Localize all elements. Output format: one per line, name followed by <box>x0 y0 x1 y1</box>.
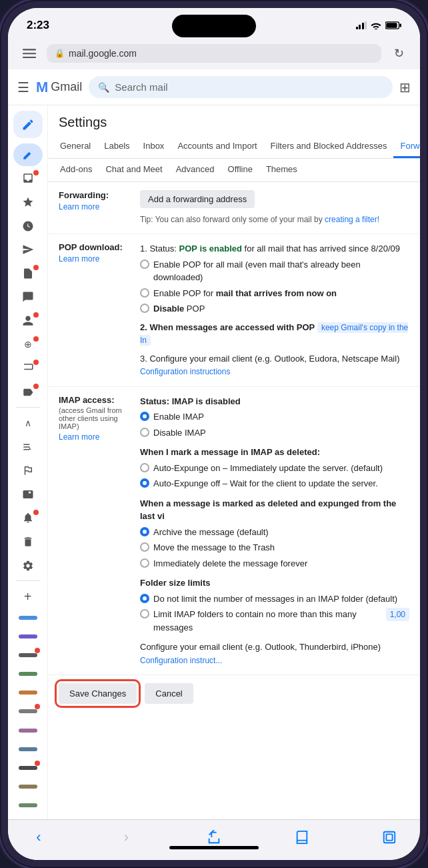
tab-labels[interactable]: Labels <box>97 135 136 158</box>
sidebar-item-starred[interactable] <box>13 191 43 213</box>
imap-deleted-title: When I mark a message in IMAP as deleted… <box>140 446 409 459</box>
pop-radio1[interactable] <box>140 260 149 269</box>
add-forwarding-address-button[interactable]: Add a forwarding address <box>140 190 255 208</box>
tab-general[interactable]: General <box>53 135 97 158</box>
forwarding-learn-more[interactable]: Learn more <box>59 202 99 211</box>
search-icon: 🔍 <box>98 82 109 93</box>
filter-icon[interactable]: ⊞ <box>399 79 411 95</box>
more-badge <box>33 336 39 342</box>
pop-learn-more[interactable]: Learn more <box>59 254 99 264</box>
imap-no-limit-option[interactable]: Do not limit the number of messages in a… <box>140 592 409 606</box>
meet-badge <box>33 312 39 318</box>
forwarding-body: Add a forwarding address Tip: You can al… <box>140 190 409 226</box>
imap-trash-option[interactable]: Move the message to the Trash <box>140 541 409 554</box>
phone-frame: 2:23 <box>0 0 428 868</box>
label-bar-11 <box>13 797 43 814</box>
tab-offline[interactable]: Offline <box>221 159 259 181</box>
imap-trash-radio[interactable] <box>140 542 149 552</box>
search-bar[interactable]: 🔍 Search mail <box>89 76 393 98</box>
label9-badge <box>35 761 40 766</box>
tab-accounts[interactable]: Accounts and Import <box>171 135 263 158</box>
sidebar-item-contacts[interactable] <box>13 483 43 506</box>
imap-layout: IMAP access: (access Gmail from other cl… <box>59 395 409 667</box>
label3-badge <box>35 648 40 653</box>
imap-config-link[interactable]: Configuration instruct... <box>140 656 222 665</box>
tabs-button[interactable] <box>377 825 401 849</box>
imap-expunged-section: When a message is marked as deleted and … <box>140 497 409 570</box>
pop-radio3[interactable] <box>140 304 149 313</box>
imap-delete-option[interactable]: Immediately delete the message forever <box>140 557 409 570</box>
imap-folder-section: Folder size limits Do not limit the numb… <box>140 576 409 634</box>
sidebar-item-drafts[interactable] <box>13 262 43 285</box>
url-bar[interactable]: 🔒 mail.google.com <box>47 44 381 63</box>
gmail-logo-text: Gmail <box>51 80 82 94</box>
sidebar-item-chat[interactable] <box>13 286 43 309</box>
creating-filter-link[interactable]: creating a filter! <box>325 215 379 224</box>
imap-expunge-off-radio[interactable] <box>140 478 149 488</box>
sidebar-item-meet[interactable] <box>13 310 43 332</box>
add-sidebar-item[interactable]: + <box>13 585 43 608</box>
back-button[interactable]: ‹ <box>27 825 51 849</box>
pop-option3[interactable]: Disable POP <box>140 302 409 316</box>
imap-no-limit-radio[interactable] <box>140 594 149 603</box>
imap-limit-option[interactable]: Limit IMAP folders to contain no more th… <box>140 608 409 634</box>
imap-disable-radio[interactable] <box>140 428 149 437</box>
imap-enable-radio[interactable] <box>140 412 149 421</box>
tab-inbox[interactable]: Inbox <box>137 135 171 158</box>
pop-option3-text: Disable POP <box>153 302 205 316</box>
sidebar-item-snoozed[interactable] <box>13 215 43 238</box>
tab-chat[interactable]: Chat and Meet <box>99 159 169 181</box>
sidebar-item-collapse[interactable]: ∧ <box>13 412 43 434</box>
label-bar-5 <box>13 684 43 701</box>
sidebar-item-tasks[interactable] <box>13 459 43 482</box>
pop-option2-text: Enable POP for mail that arrives from no… <box>153 287 337 300</box>
bookmarks-button[interactable] <box>290 825 314 849</box>
sidebar-item-more[interactable]: ⊕ <box>13 334 43 356</box>
pop-radio2[interactable] <box>140 288 149 298</box>
pop-status-value: POP is enabled <box>179 244 242 254</box>
imap-archive-radio[interactable] <box>140 527 149 536</box>
sidebar-item-trash[interactable] <box>13 530 43 553</box>
tab-advanced[interactable]: Advanced <box>169 159 221 181</box>
sidebar-item-notes[interactable] <box>13 436 43 458</box>
sidebar: ⊕ ∧ <box>8 105 48 819</box>
imap-delete-radio[interactable] <box>140 558 149 568</box>
reload-button[interactable]: ↻ <box>388 43 409 64</box>
settings-tabs-row2: Add-ons Chat and Meet Advanced Offline T… <box>48 159 420 182</box>
compose-button[interactable] <box>13 111 43 138</box>
imap-enable-option[interactable]: Enable IMAP <box>140 410 409 424</box>
label-bar-2 <box>13 628 43 645</box>
imap-limit-radio[interactable] <box>140 609 149 618</box>
save-changes-button[interactable]: Save Changes <box>59 683 137 704</box>
imap-disable-option[interactable]: Disable IMAP <box>140 426 409 440</box>
sidebar-item-sent[interactable] <box>13 238 43 261</box>
imap-archive-option[interactable]: Archive the message (default) <box>140 526 409 539</box>
sidebar-item-spaces[interactable] <box>13 357 43 380</box>
imap-learn-more[interactable]: Learn more <box>59 432 99 442</box>
label-bar-4 <box>13 665 43 683</box>
imap-expunge-on-radio[interactable] <box>140 463 149 472</box>
forward-button[interactable]: › <box>115 825 139 849</box>
labels-badge <box>33 384 39 389</box>
browser-menu-button[interactable] <box>19 43 40 64</box>
sidebar-item-settings[interactable] <box>13 554 43 577</box>
pop-layout: POP download: Learn more 1. Status: POP … <box>59 242 409 378</box>
sidebar-item-compose[interactable] <box>13 143 43 166</box>
sidebar-item-labels[interactable] <box>13 381 43 404</box>
pop-config-link[interactable]: Configuration instructions <box>140 367 230 376</box>
status-icons <box>356 21 402 29</box>
tab-filters[interactable]: Filters and Blocked Addresses <box>264 135 394 158</box>
tab-forwarding[interactable]: Forwarding <box>393 135 420 158</box>
imap-enable-label: Enable IMAP <box>153 410 204 424</box>
sidebar-item-inbox[interactable] <box>13 167 43 190</box>
cancel-button[interactable]: Cancel <box>145 683 193 704</box>
imap-auto-expunge-off-option[interactable]: Auto-Expunge off – Wait for the client t… <box>140 477 409 490</box>
pop-option1[interactable]: Enable POP for all mail (even mail that'… <box>140 258 409 284</box>
pop-title: POP download: <box>59 242 132 252</box>
sidebar-item-reminders[interactable] <box>13 507 43 530</box>
pop-option2[interactable]: Enable POP for mail that arrives from no… <box>140 287 409 300</box>
imap-auto-expunge-on-option[interactable]: Auto-Expunge on – Immediately update the… <box>140 462 409 475</box>
tab-addons[interactable]: Add-ons <box>53 159 99 181</box>
hamburger-menu[interactable]: ☰ <box>17 79 29 95</box>
tab-themes[interactable]: Themes <box>259 159 304 181</box>
